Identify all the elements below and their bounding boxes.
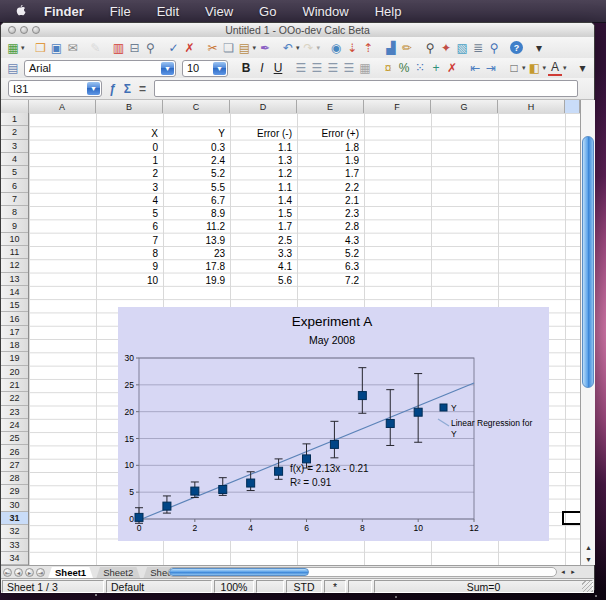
align-justified-icon[interactable]: ☰ xyxy=(342,60,356,76)
corner-header[interactable] xyxy=(1,100,29,113)
cell-B10[interactable]: 7 xyxy=(97,234,161,247)
format-paintbrush-icon[interactable]: ✒ xyxy=(258,40,272,56)
align-right-icon[interactable]: ☰ xyxy=(326,60,340,76)
row-header-31[interactable]: 31 xyxy=(1,512,28,525)
vertical-scrollbar-thumb[interactable] xyxy=(582,136,594,388)
row-header-33[interactable]: 33 xyxy=(1,539,28,552)
cell-C3[interactable]: 0.3 xyxy=(164,141,228,154)
row-header-30[interactable]: 30 xyxy=(1,499,28,512)
cell-E3[interactable]: 1.8 xyxy=(298,141,362,154)
row-header-14[interactable]: 14 xyxy=(1,286,28,299)
column-header-H[interactable]: H xyxy=(498,100,565,113)
sum-icon[interactable]: Σ xyxy=(124,82,131,96)
selection-mode-panel[interactable]: STD xyxy=(286,580,322,593)
print-icon[interactable]: ⊟ xyxy=(128,40,142,56)
column-header-F[interactable]: F xyxy=(364,100,431,113)
zoom-icon[interactable]: ⚲ xyxy=(487,40,501,56)
embedded-chart[interactable]: 051015202530024681012Experiment AMay 200… xyxy=(118,307,549,541)
increase-indent-icon[interactable]: ⇥ xyxy=(484,60,498,76)
export-pdf-icon[interactable]: ▥ xyxy=(112,40,126,56)
row-header-28[interactable]: 28 xyxy=(1,472,28,485)
row-header-29[interactable]: 29 xyxy=(1,485,28,498)
styles-and-formatting-icon[interactable]: ▤ xyxy=(6,60,20,76)
resize-grip[interactable] xyxy=(582,581,593,592)
cell-C12[interactable]: 17.8 xyxy=(164,260,228,273)
background-color-dropdown-icon[interactable]: ▾ xyxy=(543,64,547,72)
horizontal-scrollbar[interactable] xyxy=(168,567,557,577)
menu-view[interactable]: View xyxy=(205,4,233,19)
cell-E6[interactable]: 2.2 xyxy=(298,181,362,194)
cell-B12[interactable]: 9 xyxy=(97,260,161,273)
menu-edit[interactable]: Edit xyxy=(157,4,179,19)
vertical-scrollbar[interactable]: ▲ ▼ xyxy=(580,100,595,565)
cell-C13[interactable]: 19.9 xyxy=(164,274,228,287)
cell-B5[interactable]: 2 xyxy=(97,167,161,180)
row-header-27[interactable]: 27 xyxy=(1,459,28,472)
font-name-dropdown-icon[interactable]: ▼ xyxy=(161,62,174,75)
cell-D4[interactable]: 1.3 xyxy=(231,154,295,167)
row-header-5[interactable]: 5 xyxy=(1,166,28,179)
cell-B4[interactable]: 1 xyxy=(97,154,161,167)
row-header-26[interactable]: 26 xyxy=(1,445,28,458)
help-icon[interactable]: ? xyxy=(510,40,523,56)
redo-dropdown-icon[interactable]: ▾ xyxy=(317,44,321,52)
redo-icon[interactable]: ↷▾ xyxy=(302,40,321,56)
row-header-13[interactable]: 13 xyxy=(1,273,28,286)
borders-icon[interactable]: □▾ xyxy=(507,60,526,76)
cell-C2[interactable]: Y xyxy=(164,127,228,140)
row-header-20[interactable]: 20 xyxy=(1,366,28,379)
scroll-up-icon[interactable]: ▲ xyxy=(583,541,594,553)
new-document-dropdown-icon[interactable]: ▾ xyxy=(21,44,25,52)
cell-D5[interactable]: 1.2 xyxy=(231,167,295,180)
menu-window[interactable]: Window xyxy=(302,4,348,19)
next-sheet-icon[interactable]: ▸ xyxy=(25,568,34,577)
row-header-12[interactable]: 12 xyxy=(1,259,28,272)
align-center-icon[interactable]: ☰ xyxy=(310,60,324,76)
menu-go[interactable]: Go xyxy=(259,4,276,19)
cell-E8[interactable]: 2.3 xyxy=(298,207,362,220)
font-size-dropdown-icon[interactable]: ▼ xyxy=(213,62,226,75)
row-header-32[interactable]: 32 xyxy=(1,525,28,538)
row-header-18[interactable]: 18 xyxy=(1,339,28,352)
number-format-standard-icon[interactable]: ⁙ xyxy=(413,60,427,76)
modified-panel[interactable]: * xyxy=(324,580,346,593)
cell-C10[interactable]: 13.9 xyxy=(164,234,228,247)
row-header-2[interactable]: 2 xyxy=(1,126,28,139)
undo-dropdown-icon[interactable]: ▾ xyxy=(296,44,300,52)
cell-E12[interactable]: 6.3 xyxy=(298,260,362,273)
hyperlink-icon[interactable]: ◉ xyxy=(329,40,343,56)
row-header-25[interactable]: 25 xyxy=(1,432,28,445)
menu-finder[interactable]: Finder xyxy=(44,4,84,19)
scroll-left-icon[interactable]: ◂ xyxy=(558,567,568,577)
cell-E10[interactable]: 4.3 xyxy=(298,234,362,247)
cell-B2[interactable]: X xyxy=(97,127,161,140)
column-header-B[interactable]: B xyxy=(96,100,163,113)
horizontal-scrollbar-thumb[interactable] xyxy=(169,568,309,576)
function-wizard-icon[interactable]: ƒ xyxy=(109,82,116,96)
cell-E9[interactable]: 2.8 xyxy=(298,220,362,233)
background-color-icon[interactable]: ◧▾ xyxy=(528,60,547,76)
row-header-22[interactable]: 22 xyxy=(1,392,28,405)
menu-help[interactable]: Help xyxy=(375,4,402,19)
save-icon[interactable]: ▣ xyxy=(50,40,64,56)
zoom-panel[interactable]: 100% xyxy=(214,580,254,593)
sheet-tab-sheet1[interactable]: Sheet1 xyxy=(48,567,93,579)
menu-file[interactable]: File xyxy=(110,4,131,19)
underline-icon[interactable]: U xyxy=(271,60,285,76)
row-header-19[interactable]: 19 xyxy=(1,352,28,365)
row-header-23[interactable]: 23 xyxy=(1,406,28,419)
cell-B11[interactable]: 8 xyxy=(97,247,161,260)
sheet-tab-sheet2[interactable]: Sheet2 xyxy=(96,567,140,579)
row-header-1[interactable]: 1 xyxy=(1,113,28,126)
row-header-4[interactable]: 4 xyxy=(1,153,28,166)
cell-C9[interactable]: 11.2 xyxy=(164,220,228,233)
toolbar-options-icon[interactable]: ▾ xyxy=(576,60,590,76)
first-sheet-icon[interactable]: ⇤ xyxy=(3,568,12,577)
auto-spellcheck-icon[interactable]: ✗ xyxy=(183,40,197,56)
cell-C7[interactable]: 6.7 xyxy=(164,194,228,207)
equals-icon[interactable]: = xyxy=(139,82,146,96)
row-header-7[interactable]: 7 xyxy=(1,193,28,206)
find-and-replace-icon[interactable]: ⚲ xyxy=(423,40,437,56)
bold-icon[interactable]: B xyxy=(239,60,253,76)
merge-cells-icon[interactable]: ▦ xyxy=(358,60,372,76)
